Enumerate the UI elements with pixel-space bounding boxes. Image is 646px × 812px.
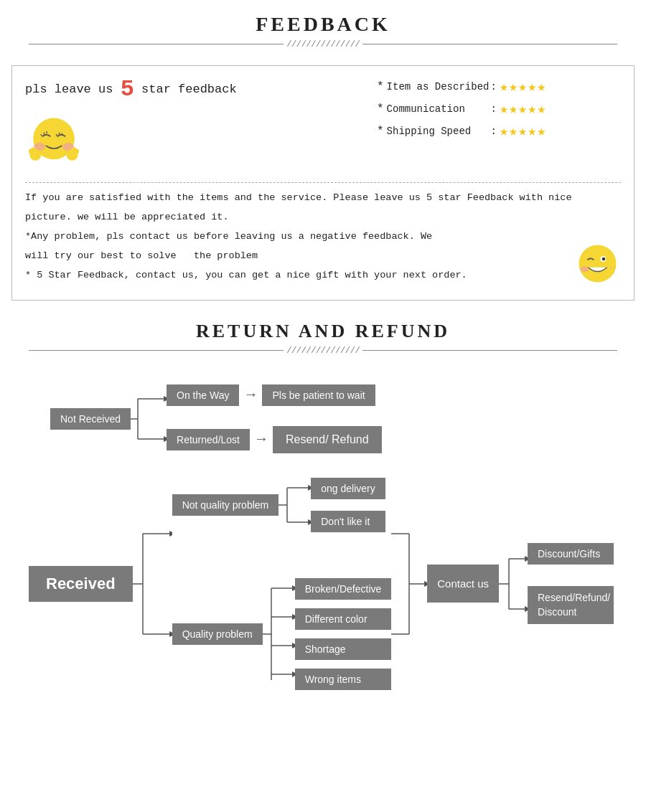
discount-gifts-box: Discount/Gifts	[528, 543, 614, 565]
svg-point-18	[580, 266, 589, 272]
quality-groups: Not quality problem ong delivery Don't l…	[172, 476, 392, 691]
received-section: Received Not quality problem	[22, 476, 624, 691]
svg-point-17	[602, 257, 606, 260]
happy-emoji-left	[25, 111, 83, 169]
contact-us-box: Contact us	[427, 565, 499, 603]
resend-refund-discount-box: Resend/Refund/Discount	[528, 586, 614, 624]
quality-group: Quality problem	[172, 577, 392, 691]
refund-section: RETURN AND REFUND ///////////////	[0, 313, 646, 362]
quality-box: Quality problem	[172, 623, 263, 645]
svg-rect-21	[608, 263, 610, 270]
received-box: Received	[29, 566, 133, 602]
star-row-shipping: * Shipping Speed : ★★★★★	[377, 122, 621, 140]
divider-refund: ///////////////	[29, 345, 617, 356]
feedback-section: FEEDBACK ///////////////	[0, 0, 646, 57]
resend-refund-box: Resend/ Refund	[273, 426, 382, 453]
feedback-right: * Item as Described : ★★★★★ * Communicat…	[377, 76, 621, 144]
nq-connector	[278, 476, 311, 534]
returned-lost-box: Returned/Lost	[167, 429, 250, 450]
outcome-boxes: Discount/Gifts Resend/Refund/Discount	[528, 543, 614, 624]
not-quality-box: Not quality problem	[172, 494, 279, 516]
svg-line-5	[47, 131, 47, 133]
not-received-tree: Not Received On the Way → Pls be patient…	[50, 383, 624, 455]
happy-emoji-right	[574, 240, 621, 287]
be-patient-box: Pls be patient to wait	[262, 384, 375, 406]
not-quality-items: ong delivery Don't like it	[311, 478, 385, 532]
shortage-box: Shortage	[295, 638, 392, 660]
nr-branch-lost: Returned/Lost → Resend/ Refund	[167, 426, 382, 453]
long-delivery-box: ong delivery	[311, 478, 385, 499]
nr-connector-svg	[131, 383, 167, 455]
contact-to-outcomes-svg	[499, 537, 528, 631]
flowchart-section: Not Received On the Way → Pls be patient…	[0, 362, 646, 706]
divider-top: ///////////////	[29, 39, 617, 49]
feedback-title: FEEDBACK	[0, 13, 646, 36]
not-quality-group: Not quality problem ong delivery Don't l…	[172, 476, 392, 534]
svg-point-14	[72, 147, 77, 151]
nr-branches: On the Way → Pls be patient to wait Retu…	[167, 384, 382, 453]
not-received-box: Not Received	[50, 408, 131, 430]
feedback-body-text: If you are satisfied with the items and …	[25, 190, 574, 287]
svg-point-12	[31, 147, 35, 151]
received-connector-svg	[133, 494, 172, 674]
feedback-top-row: pls leave us 5 star feedback	[25, 76, 621, 172]
wrong-items-box: Wrong items	[295, 669, 392, 690]
broken-defective-box: Broken/Defective	[295, 578, 392, 600]
on-the-way-box: On the Way	[167, 384, 239, 406]
q-connector	[263, 577, 295, 691]
svg-rect-22	[611, 264, 613, 270]
quality-items: Broken/Defective Different color Shortag…	[295, 578, 392, 690]
arrow-lost: →	[254, 431, 268, 448]
feedback-left: pls leave us 5 star feedback	[25, 76, 362, 172]
svg-line-7	[59, 133, 60, 135]
feedback-bottom-row: If you are satisfied with the items and …	[25, 190, 621, 287]
feedback-tagline: pls leave us 5 star feedback	[25, 76, 362, 103]
refund-title: RETURN AND REFUND	[0, 321, 646, 342]
received-wrapper: Received Not quality problem	[29, 476, 624, 691]
items-to-contact-svg	[391, 494, 427, 674]
different-color-box: Different color	[295, 608, 392, 630]
svg-point-15	[579, 245, 617, 282]
feedback-body: If you are satisfied with the items and …	[25, 182, 621, 287]
dont-like-box: Don't like it	[311, 511, 385, 532]
star-row-item: * Item as Described : ★★★★★	[377, 77, 621, 95]
star-row-communication: * Communication : ★★★★★	[377, 100, 621, 118]
nr-branch-onway: On the Way → Pls be patient to wait	[167, 384, 382, 406]
arrow-onway: →	[243, 387, 258, 403]
feedback-box: pls leave us 5 star feedback	[11, 65, 635, 301]
